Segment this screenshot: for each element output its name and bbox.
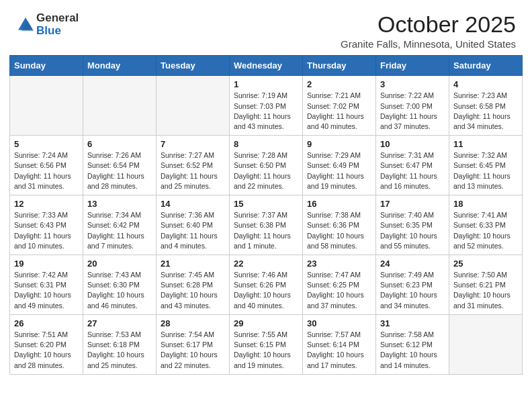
location-text: Granite Falls, Minnesota, United States — [341, 38, 516, 50]
day-number: 24 — [380, 259, 445, 269]
calendar-day-cell: 12Sunrise: 7:33 AM Sunset: 6:43 PM Dayli… — [10, 195, 83, 255]
calendar-day-cell: 7Sunrise: 7:27 AM Sunset: 6:52 PM Daylig… — [157, 136, 230, 195]
day-number: 12 — [14, 199, 79, 209]
day-detail: Sunrise: 7:51 AM Sunset: 6:20 PM Dayligh… — [14, 330, 79, 371]
day-number: 17 — [380, 199, 445, 209]
day-number: 28 — [161, 318, 225, 328]
calendar-day-cell: 4Sunrise: 7:23 AM Sunset: 6:58 PM Daylig… — [449, 76, 523, 136]
day-detail: Sunrise: 7:19 AM Sunset: 7:03 PM Dayligh… — [234, 91, 298, 132]
calendar-day-cell: 14Sunrise: 7:36 AM Sunset: 6:40 PM Dayli… — [157, 195, 230, 255]
title-block: October 2025 Granite Falls, Minnesota, U… — [341, 12, 516, 50]
calendar-day-cell: 21Sunrise: 7:45 AM Sunset: 6:28 PM Dayli… — [157, 255, 230, 315]
calendar-week-row: 5Sunrise: 7:24 AM Sunset: 6:56 PM Daylig… — [10, 136, 523, 195]
day-number: 18 — [453, 199, 518, 209]
calendar-day-header: Sunday — [10, 56, 83, 76]
day-number: 9 — [307, 139, 371, 149]
day-number: 21 — [161, 259, 225, 269]
logo-blue-text: Blue — [36, 25, 79, 38]
calendar-day-cell: 9Sunrise: 7:29 AM Sunset: 6:49 PM Daylig… — [303, 136, 376, 195]
calendar-day-cell: 8Sunrise: 7:28 AM Sunset: 6:50 PM Daylig… — [230, 136, 303, 195]
day-detail: Sunrise: 7:26 AM Sunset: 6:54 PM Dayligh… — [87, 150, 152, 191]
day-detail: Sunrise: 7:58 AM Sunset: 6:12 PM Dayligh… — [380, 330, 445, 371]
day-detail: Sunrise: 7:31 AM Sunset: 6:47 PM Dayligh… — [380, 150, 445, 191]
day-number: 13 — [87, 199, 152, 209]
day-detail: Sunrise: 7:55 AM Sunset: 6:15 PM Dayligh… — [234, 330, 298, 371]
calendar-day-cell: 17Sunrise: 7:40 AM Sunset: 6:35 PM Dayli… — [376, 195, 449, 255]
calendar-day-cell: 23Sunrise: 7:47 AM Sunset: 6:25 PM Dayli… — [303, 255, 376, 315]
day-number: 5 — [14, 139, 79, 149]
logo-general-text: General — [36, 12, 79, 25]
calendar-day-header: Wednesday — [230, 56, 303, 76]
day-detail: Sunrise: 7:29 AM Sunset: 6:49 PM Dayligh… — [307, 150, 371, 191]
calendar-day-cell: 13Sunrise: 7:34 AM Sunset: 6:42 PM Dayli… — [83, 195, 157, 255]
day-number: 16 — [307, 199, 371, 209]
calendar-day-cell: 10Sunrise: 7:31 AM Sunset: 6:47 PM Dayli… — [376, 136, 449, 195]
day-number: 19 — [14, 259, 79, 269]
calendar-day-cell: 24Sunrise: 7:49 AM Sunset: 6:23 PM Dayli… — [376, 255, 449, 315]
day-number: 1 — [234, 79, 298, 89]
calendar-day-cell: 29Sunrise: 7:55 AM Sunset: 6:15 PM Dayli… — [230, 314, 303, 374]
day-detail: Sunrise: 7:36 AM Sunset: 6:40 PM Dayligh… — [161, 210, 225, 251]
day-detail: Sunrise: 7:24 AM Sunset: 6:56 PM Dayligh… — [14, 150, 79, 191]
day-detail: Sunrise: 7:22 AM Sunset: 7:00 PM Dayligh… — [380, 91, 445, 132]
day-detail: Sunrise: 7:23 AM Sunset: 6:58 PM Dayligh… — [453, 91, 518, 132]
day-detail: Sunrise: 7:21 AM Sunset: 7:02 PM Dayligh… — [307, 91, 371, 132]
day-number: 31 — [380, 318, 445, 328]
day-detail: Sunrise: 7:40 AM Sunset: 6:35 PM Dayligh… — [380, 210, 445, 251]
day-detail: Sunrise: 7:28 AM Sunset: 6:50 PM Dayligh… — [234, 150, 298, 191]
day-number: 6 — [87, 139, 152, 149]
calendar-day-header: Tuesday — [157, 56, 230, 76]
day-detail: Sunrise: 7:45 AM Sunset: 6:28 PM Dayligh… — [161, 270, 225, 311]
calendar-day-cell: 20Sunrise: 7:43 AM Sunset: 6:30 PM Dayli… — [83, 255, 157, 315]
calendar-week-row: 1Sunrise: 7:19 AM Sunset: 7:03 PM Daylig… — [10, 76, 523, 136]
day-number: 11 — [453, 139, 518, 149]
calendar-day-cell: 3Sunrise: 7:22 AM Sunset: 7:00 PM Daylig… — [376, 76, 449, 136]
calendar-day-header: Saturday — [449, 56, 523, 76]
day-number: 8 — [234, 139, 298, 149]
day-detail: Sunrise: 7:32 AM Sunset: 6:45 PM Dayligh… — [453, 150, 518, 191]
day-number: 20 — [87, 259, 152, 269]
day-number: 15 — [234, 199, 298, 209]
calendar-day-cell: 16Sunrise: 7:38 AM Sunset: 6:36 PM Dayli… — [303, 195, 376, 255]
day-number: 26 — [14, 318, 79, 328]
day-detail: Sunrise: 7:46 AM Sunset: 6:26 PM Dayligh… — [234, 270, 298, 311]
day-detail: Sunrise: 7:41 AM Sunset: 6:33 PM Dayligh… — [453, 210, 518, 251]
calendar-day-cell: 25Sunrise: 7:50 AM Sunset: 6:21 PM Dayli… — [449, 255, 523, 315]
calendar-day-header: Thursday — [303, 56, 376, 76]
day-detail: Sunrise: 7:38 AM Sunset: 6:36 PM Dayligh… — [307, 210, 371, 251]
day-number: 23 — [307, 259, 371, 269]
calendar-week-row: 26Sunrise: 7:51 AM Sunset: 6:20 PM Dayli… — [10, 314, 523, 374]
calendar-table: SundayMondayTuesdayWednesdayThursdayFrid… — [9, 55, 523, 374]
day-detail: Sunrise: 7:37 AM Sunset: 6:38 PM Dayligh… — [234, 210, 298, 251]
calendar-container: SundayMondayTuesdayWednesdayThursdayFrid… — [0, 55, 532, 383]
day-number: 27 — [87, 318, 152, 328]
logo-icon — [16, 15, 35, 34]
calendar-day-cell: 28Sunrise: 7:54 AM Sunset: 6:17 PM Dayli… — [157, 314, 230, 374]
day-number: 25 — [453, 259, 518, 269]
day-detail: Sunrise: 7:43 AM Sunset: 6:30 PM Dayligh… — [87, 270, 152, 311]
day-number: 7 — [161, 139, 225, 149]
calendar-day-cell: 11Sunrise: 7:32 AM Sunset: 6:45 PM Dayli… — [449, 136, 523, 195]
calendar-day-cell: 26Sunrise: 7:51 AM Sunset: 6:20 PM Dayli… — [10, 314, 83, 374]
calendar-day-cell: 5Sunrise: 7:24 AM Sunset: 6:56 PM Daylig… — [10, 136, 83, 195]
day-number: 4 — [453, 79, 518, 89]
calendar-day-cell: 22Sunrise: 7:46 AM Sunset: 6:26 PM Dayli… — [230, 255, 303, 315]
day-detail: Sunrise: 7:42 AM Sunset: 6:31 PM Dayligh… — [14, 270, 79, 311]
calendar-day-cell: 6Sunrise: 7:26 AM Sunset: 6:54 PM Daylig… — [83, 136, 157, 195]
calendar-day-cell — [449, 314, 523, 374]
calendar-header-row: SundayMondayTuesdayWednesdayThursdayFrid… — [10, 56, 523, 76]
day-detail: Sunrise: 7:49 AM Sunset: 6:23 PM Dayligh… — [380, 270, 445, 311]
day-detail: Sunrise: 7:34 AM Sunset: 6:42 PM Dayligh… — [87, 210, 152, 251]
calendar-week-row: 19Sunrise: 7:42 AM Sunset: 6:31 PM Dayli… — [10, 255, 523, 315]
day-number: 29 — [234, 318, 298, 328]
logo: General Blue — [16, 12, 79, 37]
calendar-day-cell: 31Sunrise: 7:58 AM Sunset: 6:12 PM Dayli… — [376, 314, 449, 374]
calendar-day-cell — [10, 76, 83, 136]
calendar-day-cell: 1Sunrise: 7:19 AM Sunset: 7:03 PM Daylig… — [230, 76, 303, 136]
day-number: 30 — [307, 318, 371, 328]
day-number: 14 — [161, 199, 225, 209]
calendar-day-cell: 15Sunrise: 7:37 AM Sunset: 6:38 PM Dayli… — [230, 195, 303, 255]
calendar-day-cell: 27Sunrise: 7:53 AM Sunset: 6:18 PM Dayli… — [83, 314, 157, 374]
day-detail: Sunrise: 7:53 AM Sunset: 6:18 PM Dayligh… — [87, 330, 152, 371]
day-number: 10 — [380, 139, 445, 149]
